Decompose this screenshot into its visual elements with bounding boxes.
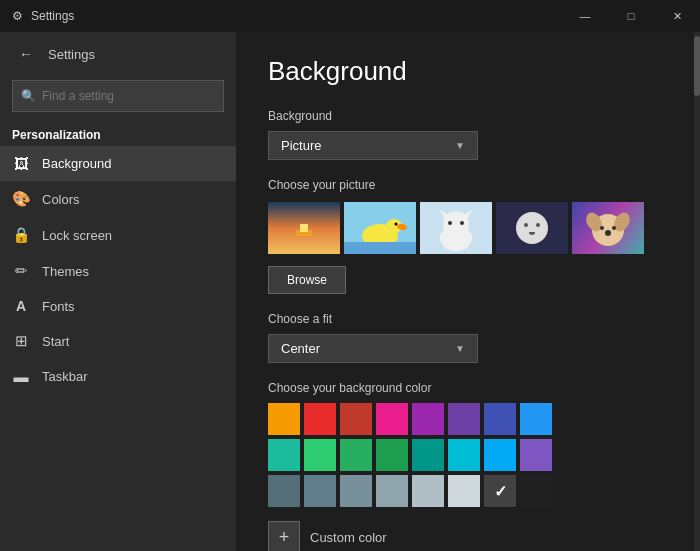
main-content: Background Background Picture ▼ Choose y… [236,32,700,551]
color-swatch[interactable] [340,475,372,507]
picture-thumb-5[interactable] [572,202,644,254]
color-swatch[interactable] [448,439,480,471]
color-swatch[interactable] [376,403,408,435]
sidebar-item-label: Taskbar [42,369,88,384]
picture-thumb-3[interactable] [420,202,492,254]
sidebar-item-start[interactable]: ⊞ Start [0,323,236,359]
color-swatch[interactable] [484,403,516,435]
start-icon: ⊞ [12,332,30,350]
add-custom-color-button[interactable]: + [268,521,300,551]
sidebar-item-label: Lock screen [42,228,112,243]
color-swatch[interactable] [340,439,372,471]
fit-dropdown[interactable]: Center ▼ [268,334,478,363]
fonts-icon: A [12,298,30,314]
sidebar-item-lockscreen[interactable]: 🔒 Lock screen [0,217,236,253]
title-bar: ⚙ Settings — □ ✕ [0,0,700,32]
picture-thumb-4[interactable] [496,202,568,254]
sidebar-item-label: Background [42,156,111,171]
picture-thumb-1[interactable] [268,202,340,254]
scrollbar-thumb[interactable] [694,36,700,96]
sidebar-item-label: Themes [42,264,89,279]
color-swatch[interactable] [412,403,444,435]
sidebar-item-label: Fonts [42,299,75,314]
sidebar-item-themes[interactable]: ✏ Themes [0,253,236,289]
color-swatch[interactable] [412,439,444,471]
color-swatch[interactable] [376,439,408,471]
search-icon: 🔍 [21,89,36,103]
color-swatch[interactable] [304,403,336,435]
color-swatch[interactable] [304,439,336,471]
fit-dropdown-value: Center [281,341,320,356]
color-swatch[interactable] [484,439,516,471]
custom-color-row: + Custom color [268,521,668,551]
themes-icon: ✏ [12,262,30,280]
lock-icon: 🔒 [12,226,30,244]
colors-icon: 🎨 [12,190,30,208]
choose-picture-label: Choose your picture [268,178,668,192]
custom-color-label: Custom color [310,530,387,545]
color-swatch[interactable] [484,475,516,507]
background-dropdown[interactable]: Picture ▼ [268,131,478,160]
picture-strip [268,202,668,254]
color-swatch[interactable] [268,439,300,471]
maximize-button[interactable]: □ [608,0,654,32]
sidebar: ← Settings 🔍 Personalization 🖼 Backgroun… [0,32,236,551]
sidebar-item-label: Colors [42,192,80,207]
close-button[interactable]: ✕ [654,0,700,32]
background-dropdown-value: Picture [281,138,321,153]
chevron-down-icon: ▼ [455,140,465,151]
title-bar-text: Settings [31,9,74,23]
page-title: Background [268,56,668,87]
sidebar-app-title: Settings [48,47,95,62]
fit-chevron-down-icon: ▼ [455,343,465,354]
back-button[interactable]: ← [12,40,40,68]
scrollbar-track[interactable] [694,32,700,551]
color-swatch[interactable] [340,403,372,435]
sidebar-item-colors[interactable]: 🎨 Colors [0,181,236,217]
color-swatch[interactable] [304,475,336,507]
color-swatch[interactable] [448,403,480,435]
color-swatch[interactable] [268,475,300,507]
search-input[interactable] [42,89,215,103]
color-swatch[interactable] [520,403,552,435]
app-body: ← Settings 🔍 Personalization 🖼 Backgroun… [0,32,700,551]
color-section-header: Choose your background color [268,381,668,395]
color-swatch[interactable] [520,475,552,507]
title-bar-left: ⚙ Settings [12,9,74,23]
sidebar-nav-top: ← Settings [0,32,236,76]
background-section-header: Background [268,109,668,123]
personalization-section-label: Personalization [0,120,236,146]
search-box[interactable]: 🔍 [12,80,224,112]
color-swatch[interactable] [448,475,480,507]
color-swatch[interactable] [412,475,444,507]
browse-button[interactable]: Browse [268,266,346,294]
picture-thumb-2[interactable] [344,202,416,254]
sidebar-item-taskbar[interactable]: ▬ Taskbar [0,359,236,394]
sidebar-item-background[interactable]: 🖼 Background [0,146,236,181]
sidebar-item-label: Start [42,334,69,349]
fit-section-header: Choose a fit [268,312,668,326]
background-icon: 🖼 [12,155,30,172]
title-bar-controls: — □ ✕ [562,0,700,32]
settings-icon: ⚙ [12,9,23,23]
color-grid [268,403,668,507]
color-swatch[interactable] [520,439,552,471]
color-swatch[interactable] [376,475,408,507]
taskbar-icon: ▬ [12,368,30,385]
minimize-button[interactable]: — [562,0,608,32]
sidebar-item-fonts[interactable]: A Fonts [0,289,236,323]
color-swatch[interactable] [268,403,300,435]
